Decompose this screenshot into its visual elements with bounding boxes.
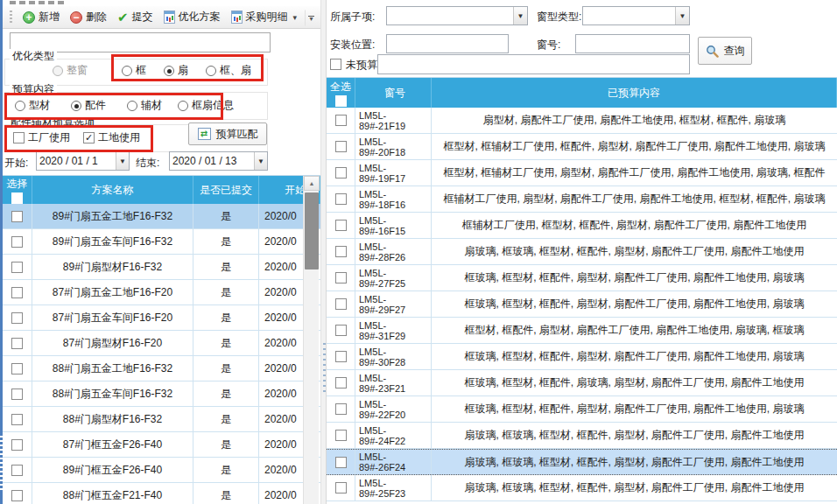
row-checkbox[interactable] [11, 465, 23, 476]
table-row[interactable]: LM5L-89#-31F29框型材, 框配件, 扇型材, 扇配件工厂使用, 扇配… [327, 318, 837, 344]
row-checkbox[interactable] [335, 457, 347, 468]
radio-auxiliary[interactable]: 辅材 [127, 98, 162, 113]
radio-mark[interactable] [71, 101, 81, 111]
table-row[interactable]: 88#门扇五金工地F16-F32是2020/0 [3, 356, 320, 382]
checkbox-factory-use[interactable]: 工厂使用 [13, 130, 70, 145]
checkbox-site-use[interactable]: 工地使用 [83, 130, 140, 145]
table-row[interactable]: LM5L-89#-22F20框玻璃, 框型材, 框配件, 扇型材, 扇配件工厂使… [327, 396, 837, 423]
table-row[interactable]: 87#门扇型材F16-F20是2020/0 [3, 331, 320, 356]
checkbox-mark[interactable] [83, 132, 95, 144]
radio-frame[interactable]: 框 [122, 63, 146, 78]
radio-mark[interactable] [15, 101, 25, 111]
row-checkbox[interactable] [335, 482, 347, 494]
table-row[interactable]: LM5L-89#-30F28框玻璃, 框型材, 框配件, 扇型材, 扇配件工厂使… [327, 344, 837, 370]
header-plan-name[interactable]: 方案名称 [32, 176, 193, 204]
unbudgeted-checkbox[interactable] [330, 59, 341, 70]
row-checkbox[interactable] [335, 351, 347, 362]
radio-mark[interactable] [206, 66, 216, 76]
chevron-down-icon[interactable]: ▼ [513, 7, 527, 24]
unbudgeted-input[interactable] [377, 54, 690, 74]
row-checkbox[interactable] [335, 115, 347, 126]
radio-mark[interactable] [122, 66, 132, 76]
chevron-down-icon[interactable]: ▼ [675, 7, 689, 24]
table-row[interactable]: 87#门扇五金工地F16-F20是2020/0 [3, 280, 320, 305]
table-row[interactable]: LM5L-89#-29F27框玻璃, 框型材, 框配件, 扇型材, 扇配件工厂使… [327, 291, 837, 318]
row-checkbox[interactable] [11, 236, 23, 248]
panel-splitter[interactable] [320, 0, 327, 504]
window-type-select[interactable]: ▼ [582, 6, 690, 25]
start-date-picker[interactable]: 2020 / 01 / 1 ▼ [36, 151, 130, 171]
row-checkbox[interactable] [335, 272, 347, 284]
row-checkbox[interactable] [11, 312, 23, 324]
radio-sash[interactable]: 扇 [164, 63, 188, 78]
sub-item-select[interactable]: ▼ [386, 6, 528, 25]
select-all-checkbox[interactable] [335, 95, 347, 107]
row-checkbox[interactable] [11, 262, 23, 273]
row-checkbox[interactable] [11, 287, 23, 298]
radio-frame-sash[interactable]: 框、扇 [206, 63, 251, 78]
checkbox-mark[interactable] [13, 132, 25, 144]
toolbar-grip[interactable] [10, 10, 12, 24]
query-button[interactable]: 查询 [698, 37, 752, 65]
row-checkbox[interactable] [335, 377, 347, 388]
budget-match-button[interactable]: ⇄ 预算匹配 [188, 122, 267, 145]
row-checkbox[interactable] [11, 363, 23, 374]
row-checkbox[interactable] [335, 246, 347, 257]
calendar-dropdown-icon[interactable]: ▼ [116, 152, 129, 170]
table-row[interactable]: LM5L-89#-25F23扇玻璃, 框玻璃, 框型材, 框配件, 扇型材, 扇… [327, 475, 837, 501]
delete-button[interactable]: − 删除 [66, 8, 111, 26]
table-row[interactable]: 89#门框五金F26-F40是2020/0 [3, 458, 320, 483]
radio-frame-sash-info[interactable]: 框扇信息 [178, 98, 234, 113]
table-row[interactable]: 89#门扇型材F16-F32是2020/0 [3, 255, 320, 280]
end-date-picker[interactable]: 2020 / 01 / 13 ▼ [169, 151, 268, 171]
header-submitted[interactable]: 是否已提交 [193, 176, 259, 204]
row-checkbox[interactable] [11, 388, 23, 400]
header-window-no[interactable]: 窗号 [355, 78, 432, 108]
row-checkbox[interactable] [335, 403, 347, 415]
toolbar-overflow-button[interactable]: ▾ [305, 10, 318, 26]
install-position-input[interactable] [386, 34, 509, 53]
add-button[interactable]: + 新增 [18, 8, 64, 26]
row-checkbox[interactable] [335, 298, 347, 310]
scroll-up-icon[interactable]: ▲ [304, 176, 320, 191]
table-row[interactable]: LM5L-89#-21F19扇型材, 扇配件工厂使用, 扇配件工地使用, 框型材… [327, 108, 837, 134]
radio-accessory[interactable]: 配件 [71, 98, 106, 113]
row-checkbox[interactable] [11, 338, 23, 349]
scroll-thumb[interactable] [305, 192, 319, 270]
table-row[interactable]: LM5L-89#-20F18框型材, 框辅材工厂使用, 框配件, 扇型材, 扇配… [327, 134, 837, 160]
submit-button[interactable]: ✔ 提交 [113, 8, 158, 27]
table-row[interactable]: LM5L-89#-16F15框辅材工厂使用, 框型材, 框配件, 扇型材, 扇配… [327, 213, 837, 239]
row-checkbox[interactable] [335, 325, 347, 336]
row-checkbox[interactable] [335, 220, 347, 231]
radio-profile[interactable]: 型材 [15, 98, 50, 113]
select-all-checkbox[interactable] [11, 192, 23, 204]
row-checkbox[interactable] [335, 167, 347, 178]
table-row[interactable]: 88#门扇型材F16-F32是2020/0 [3, 407, 320, 432]
optimize-plan-button[interactable]: 优化方案 [159, 8, 225, 26]
row-checkbox[interactable] [335, 430, 347, 441]
table-row[interactable]: LM5L-89#-24F22扇玻璃, 框玻璃, 框型材, 框配件, 扇型材, 扇… [327, 423, 837, 449]
table-row[interactable]: LM5L-89#-23F21框玻璃, 框型材, 框配件, 扇玻璃, 扇型材, 扇… [327, 370, 837, 396]
plan-table-scrollbar[interactable]: ▲ [303, 176, 319, 504]
table-row[interactable]: 87#门框五金F26-F40是2020/0 [3, 432, 320, 458]
row-checkbox[interactable] [11, 490, 23, 501]
row-checkbox[interactable] [11, 211, 23, 222]
table-row[interactable]: LM5L-89#-18F16框辅材工厂使用, 扇型材, 扇配件工厂使用, 扇配件… [327, 186, 837, 213]
radio-mark[interactable] [164, 66, 174, 76]
radio-mark[interactable] [178, 101, 188, 111]
table-row[interactable]: LM5L-89#-27F25框玻璃, 框型材, 框配件, 扇型材, 扇配件工厂使… [327, 265, 837, 291]
table-row[interactable]: LM5L-89#-28F26扇玻璃, 框玻璃, 框型材, 框配件, 扇型材, 扇… [327, 239, 837, 265]
header-budgeted-content[interactable]: 已预算内容 [432, 78, 837, 108]
window-no-input[interactable] [575, 34, 690, 53]
table-row[interactable]: 89#门扇五金车间F16-F32是2020/0 [3, 229, 320, 255]
table-row[interactable]: LM5L-89#-19F17框型材, 框辅材工厂使用, 扇型材, 扇配件工厂使用… [327, 160, 837, 186]
row-checkbox[interactable] [11, 414, 23, 425]
table-row[interactable]: 87#门扇五金车间F16-F20是2020/0 [3, 305, 320, 331]
table-row[interactable]: LM5L-89#-26F24扇玻璃, 框玻璃, 框型材, 框配件, 扇型材, 扇… [327, 449, 837, 475]
row-checkbox[interactable] [11, 439, 23, 451]
calendar-dropdown-icon[interactable]: ▼ [254, 152, 267, 170]
row-checkbox[interactable] [335, 141, 347, 152]
purchase-detail-button[interactable]: 采购明细 ▾ [227, 8, 302, 26]
row-checkbox[interactable] [335, 193, 347, 205]
table-row[interactable]: 88#门框五金F21-F40是2020/0 [3, 483, 320, 504]
